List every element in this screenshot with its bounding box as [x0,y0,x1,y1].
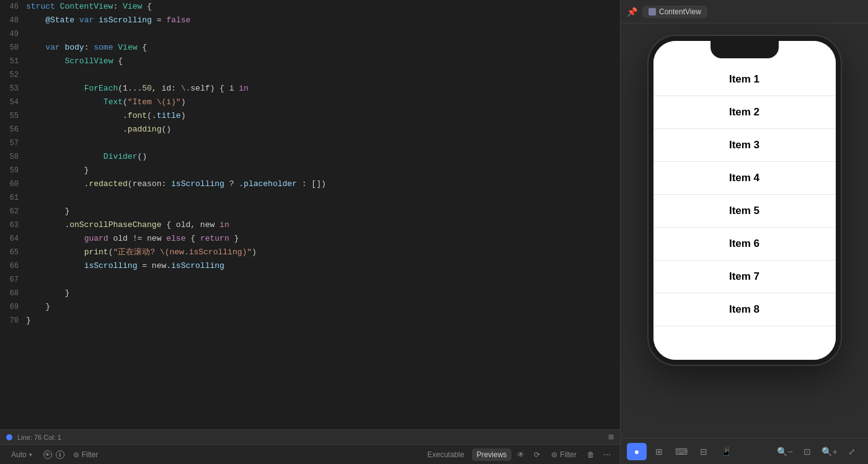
code-line: 52 [0,68,620,82]
code-editor-pane: 46struct ContentView: View {48 @State va… [0,0,620,464]
bottom-tab-bar: Auto ▾ 👁 ℹ ⊜ Filter Executable Previews [0,444,620,464]
contentview-button[interactable]: ContentView [642,6,707,18]
preview-pane: 📌 ContentView Item 1Item 2Item 3Item 4It… [620,0,868,464]
line-number: 60 [0,177,26,191]
line-number: 53 [0,82,26,96]
line-text: } [26,287,620,300]
line-number: 52 [0,68,26,82]
zoom-in-btn[interactable]: 🔍+ [820,443,839,460]
line-text [26,136,620,150]
status-line-col: Line: 76 Col: 1 [17,434,61,441]
line-text: } [26,300,620,314]
line-number: 63 [0,218,26,232]
code-scroll-area[interactable]: 46struct ContentView: View {48 @State va… [0,0,620,429]
line-text: Divider() [26,150,620,164]
line-number: 54 [0,96,26,109]
list-item: Item 8 [653,293,836,326]
line-number: 65 [0,246,26,259]
code-line: 69 } [0,300,620,314]
list-item: Item 4 [653,162,836,195]
cv-icon [649,8,656,16]
line-text [26,191,620,205]
preview-header: 📌 ContentView [621,0,868,24]
line-number: 50 [0,41,26,55]
tab-previews[interactable]: Previews [472,448,512,461]
code-line: 61 [0,191,620,205]
toolbar-layout-btn[interactable]: ⊟ [694,443,714,460]
more-btn[interactable]: ⋯ [600,448,614,462]
zoom-out-btn[interactable]: 🔍− [775,443,795,460]
line-number: 46 [0,0,26,14]
line-text [26,273,620,287]
code-line: 66 isScrolling = new.isScrolling [0,259,620,273]
tab-filter-left[interactable]: ⊜ Filter [68,448,104,461]
code-content: 46struct ContentView: View {48 @State va… [0,0,620,328]
toolbar-circle-btn[interactable]: ● [627,443,647,460]
code-line: 60 .redacted(reason: isScrolling ? .plac… [0,177,620,191]
line-number: 61 [0,191,26,205]
code-line: 70} [0,314,620,328]
info-icon[interactable]: ℹ [56,450,64,459]
list-item: Item 5 [653,195,836,228]
tab-executable[interactable]: Executable [422,448,469,461]
trash-btn[interactable]: 🗑 [584,448,598,462]
code-line: 51 ScrollView { [0,55,620,68]
line-number: 51 [0,55,26,68]
line-number: 55 [0,109,26,123]
sync-btn[interactable]: ⟳ [530,448,544,462]
code-line: 58 Divider() [0,150,620,164]
toolbar-grid-btn[interactable]: ⊞ [649,443,669,460]
status-bar: Line: 76 Col: 1 ⊞ [0,429,620,444]
line-number: 69 [0,300,26,314]
pin-icon[interactable]: 📌 [627,7,637,17]
auto-label: Auto [11,450,27,459]
line-number: 66 [0,259,26,273]
list-item: Item 6 [653,228,836,261]
iphone-screen[interactable]: Item 1Item 2Item 3Item 4Item 5Item 6Item… [653,41,836,360]
preview-toolbar: ● ⊞ ⌨ ⊟ 📱 🔍− ⊡ 🔍+ ⤢ [621,438,868,464]
line-number: 62 [0,205,26,218]
toolbar-keyboard-btn[interactable]: ⌨ [671,443,691,460]
toolbar-left: ● ⊞ ⌨ ⊟ 📱 [627,443,736,460]
toolbar-device-btn[interactable]: 📱 [716,443,736,460]
list-item: Item 3 [653,129,836,162]
list-item: Item 7 [653,261,836,293]
line-text: } [26,164,620,177]
build-status-indicator [6,434,12,440]
zoom-fit-btn[interactable]: ⊡ [797,443,817,460]
tab-filter-right[interactable]: ⊜ Filter [546,448,582,461]
line-number: 64 [0,232,26,246]
eye-toggle-btn[interactable]: 👁 [514,448,528,462]
filter-label-right: Filter [560,450,577,459]
code-line: 56 .padding() [0,123,620,136]
code-line: 65 print("正在滚动? \(new.isScrolling)") [0,246,620,259]
workspace: 46struct ContentView: View {48 @State va… [0,0,868,464]
eye-icon[interactable]: 👁 [43,450,52,459]
filter-label-left: Filter [82,450,99,459]
tab-auto[interactable]: Auto ▾ [6,448,37,461]
line-text: @State var isScrolling = false [26,14,620,27]
line-text [26,27,620,41]
line-text: ScrollView { [26,55,620,68]
code-line: 64 guard old != new else { return } [0,232,620,246]
preview-canvas: Item 1Item 2Item 3Item 4Item 5Item 6Item… [621,24,868,438]
code-line: 49 [0,27,620,41]
line-text: ForEach(1...50, id: \.self) { i in [26,82,620,96]
iphone-mockup: Item 1Item 2Item 3Item 4Item 5Item 6Item… [649,36,841,365]
line-number: 57 [0,136,26,150]
zoom-full-btn[interactable]: ⤢ [842,443,862,460]
line-number: 67 [0,273,26,287]
auto-chevron: ▾ [29,452,32,458]
line-number: 49 [0,27,26,41]
line-text: .padding() [26,123,620,136]
line-text [26,68,620,82]
code-line: 59 } [0,164,620,177]
code-line: 63 .onScrollPhaseChange { old, new in [0,218,620,232]
line-text: } [26,314,620,328]
code-line: 67 [0,273,620,287]
code-line: 46struct ContentView: View { [0,0,620,14]
line-number: 68 [0,287,26,300]
code-line: 53 ForEach(1...50, id: \.self) { i in [0,82,620,96]
code-line: 57 [0,136,620,150]
code-line: 48 @State var isScrolling = false [0,14,620,27]
